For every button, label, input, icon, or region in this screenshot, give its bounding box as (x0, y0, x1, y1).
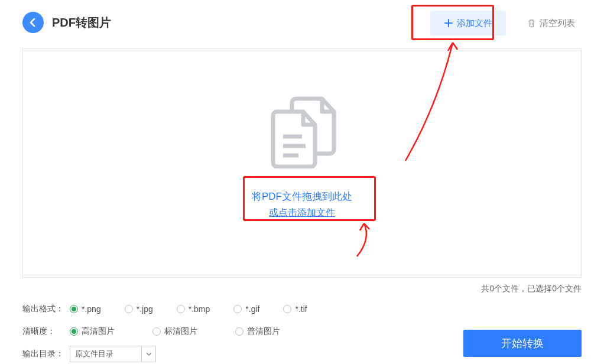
add-file-button[interactable]: 添加文件 (430, 11, 506, 35)
drop-zone[interactable]: 将PDF文件拖拽到此处 或点击添加文件 (22, 48, 582, 278)
clear-list-label: 清空列表 (540, 18, 575, 29)
output-dir-value: 原文件目录 (70, 349, 141, 359)
plus-icon (444, 18, 453, 28)
quality-label: 清晰度： (22, 326, 70, 337)
file-status: 共0个文件，已选择0个文件 (22, 284, 582, 294)
chevron-down-icon (141, 346, 155, 362)
format-radio-jpg[interactable]: *.jpg (125, 304, 153, 314)
format-radio-tif[interactable]: *.tif (283, 304, 307, 314)
drag-text: 将PDF文件拖拽到此处 (252, 190, 352, 203)
quality-radio-standard[interactable]: 标清图片 (152, 326, 197, 337)
add-file-label: 添加文件 (457, 18, 492, 29)
back-button[interactable] (22, 12, 44, 33)
output-dir-label: 输出目录： (22, 349, 70, 359)
clear-list-button[interactable]: 清空列表 (520, 11, 582, 35)
quality-radio-normal[interactable]: 普清图片 (235, 326, 280, 337)
format-radio-png[interactable]: *.png (70, 304, 101, 314)
output-format-label: 输出格式： (22, 304, 70, 314)
format-radio-group: *.png *.jpg *.bmp *.gif *.tif (70, 304, 307, 314)
quality-radio-group: 高清图片 标清图片 普清图片 (70, 326, 280, 337)
start-convert-button[interactable]: 开始转换 (463, 330, 582, 357)
page-title: PDF转图片 (52, 15, 111, 31)
files-icon (261, 92, 343, 171)
quality-radio-high[interactable]: 高清图片 (70, 326, 115, 337)
output-dir-select[interactable]: 原文件目录 (70, 346, 156, 362)
click-add-link[interactable]: 或点击添加文件 (269, 207, 335, 219)
trash-icon (527, 19, 536, 28)
format-radio-bmp[interactable]: *.bmp (177, 304, 210, 314)
format-radio-gif[interactable]: *.gif (233, 304, 259, 314)
